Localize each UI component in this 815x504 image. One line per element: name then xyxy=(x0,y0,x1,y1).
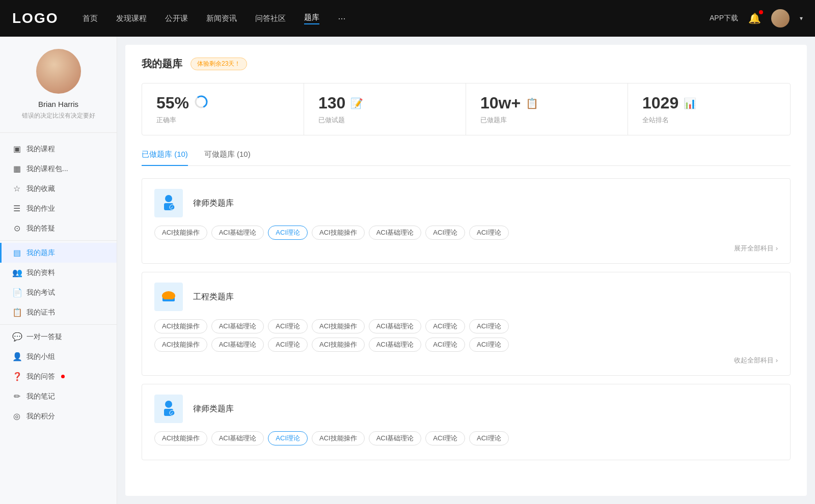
tag-item[interactable]: ACI理论 xyxy=(469,431,509,445)
sidebar-item-notes[interactable]: ✏ 我的笔记 xyxy=(0,386,117,406)
logo: LOGO xyxy=(12,10,58,26)
done-banks-icon: 📋 xyxy=(526,97,538,109)
avatar-image xyxy=(771,9,790,27)
nav-news[interactable]: 新闻资讯 xyxy=(206,14,237,23)
tag-item-active[interactable]: ACI理论 xyxy=(268,226,308,240)
qbank-tags-3: ACI技能操作 ACI基础理论 ACI理论 ACI技能操作 ACI基础理论 AC… xyxy=(154,338,778,352)
stat-done-questions: 130 📝 已做试题 xyxy=(304,83,466,135)
avatar[interactable] xyxy=(771,9,790,27)
sidebar-item-tutoring[interactable]: 💬 一对一答疑 xyxy=(0,327,117,347)
profile-avatar xyxy=(36,49,81,94)
tag-item[interactable]: ACI理论 xyxy=(425,431,465,445)
tag-item-active[interactable]: ACI理论 xyxy=(268,431,308,445)
tag-item[interactable]: ACI基础理论 xyxy=(211,338,264,352)
tabs: 已做题库 (10) 可做题库 (10) xyxy=(142,150,791,166)
tag-item[interactable]: ACI理论 xyxy=(268,338,308,352)
sidebar-item-my-qa[interactable]: ❓ 我的问答 xyxy=(0,367,117,386)
navbar-right: APP下载 🔔 ▾ xyxy=(710,9,803,27)
tag-item[interactable]: ACI理论 xyxy=(425,338,465,352)
sidebar-item-points[interactable]: ◎ 我的积分 xyxy=(0,406,117,426)
sidebar-menu: ▣ 我的课程 ▦ 我的课程包... ☆ 我的收藏 ☰ 我的作业 ⊙ 我的答疑 ▤ xyxy=(0,133,117,432)
done-questions-label: 已做试题 xyxy=(318,116,451,125)
navbar: LOGO 首页 发现课程 公开课 新闻资讯 问答社区 题库 ··· APP下载 … xyxy=(0,0,815,37)
done-questions-icon: 📝 xyxy=(350,97,363,109)
nav-question-bank[interactable]: 题库 xyxy=(304,13,319,24)
app-download-btn[interactable]: APP下载 xyxy=(710,14,738,23)
notes-icon: ✏ xyxy=(12,391,21,401)
qbank-section-lawyer-2: ✓ 律师类题库 ACI技能操作 ACI基础理论 ACI理论 ACI技能操作 AC… xyxy=(142,384,791,460)
qbank-tags: ACI技能操作 ACI基础理论 ACI理论 ACI技能操作 ACI基础理论 AC… xyxy=(154,226,778,240)
tag-item[interactable]: ACI基础理论 xyxy=(369,319,422,333)
sidebar-item-label: 我的题库 xyxy=(26,248,55,258)
tag-item[interactable]: ACI基础理论 xyxy=(211,431,264,445)
nav-open-course[interactable]: 公开课 xyxy=(165,14,188,23)
trial-badge: 体验剩余23天！ xyxy=(191,58,247,70)
question-icon: ⊙ xyxy=(12,223,21,233)
stats-row: 55% 正确率 130 📝 已做试题 xyxy=(142,83,791,135)
tag-item[interactable]: ACI技能操作 xyxy=(312,226,365,240)
sidebar-item-profile[interactable]: 👥 我的资料 xyxy=(0,263,117,283)
accuracy-value: 55% xyxy=(156,94,189,113)
sidebar-item-exam[interactable]: 📄 我的考试 xyxy=(0,283,117,302)
sidebar-item-question-bank[interactable]: ▤ 我的题库 xyxy=(0,243,117,263)
nav-home[interactable]: 首页 xyxy=(83,14,98,23)
chevron-down-icon[interactable]: ▾ xyxy=(800,15,803,22)
tag-item[interactable]: ACI技能操作 xyxy=(312,338,365,352)
sidebar-item-group[interactable]: 👤 我的小组 xyxy=(0,347,117,367)
expand-link[interactable]: 展开全部科目 › xyxy=(734,244,778,253)
sidebar-item-label: 我的资料 xyxy=(26,268,55,277)
tag-item[interactable]: ACI理论 xyxy=(425,319,465,333)
nav-qa[interactable]: 问答社区 xyxy=(255,14,286,23)
tag-item[interactable]: ACI基础理论 xyxy=(369,226,422,240)
tab-done-banks[interactable]: 已做题库 (10) xyxy=(142,150,188,165)
sidebar-item-course-package[interactable]: ▦ 我的课程包... xyxy=(0,159,117,179)
sidebar-divider-2 xyxy=(0,324,117,325)
sidebar-item-favorites[interactable]: ☆ 我的收藏 xyxy=(0,179,117,199)
tag-item[interactable]: ACI理论 xyxy=(268,319,308,333)
sidebar-item-label: 我的作业 xyxy=(26,204,55,213)
tag-item[interactable]: ACI理论 xyxy=(469,319,509,333)
tag-item[interactable]: ACI基础理论 xyxy=(211,226,264,240)
lawyer-icon-2: ✓ xyxy=(154,395,183,423)
stat-ranking: 1029 📊 全站排名 xyxy=(628,83,790,135)
sidebar-profile: Brian Harris 错误的决定比没有决定要好 xyxy=(0,49,117,133)
tag-item[interactable]: ACI理论 xyxy=(469,338,509,352)
tab-available-banks[interactable]: 可做题库 (10) xyxy=(204,150,251,165)
nav-more[interactable]: ··· xyxy=(338,13,345,24)
main-content: 我的题库 体验剩余23天！ 55% 正确率 13 xyxy=(125,45,807,496)
svg-point-10 xyxy=(165,401,172,408)
tag-item[interactable]: ACI基础理论 xyxy=(211,319,264,333)
tag-item[interactable]: ACI基础理论 xyxy=(369,431,422,445)
collapse-link[interactable]: 收起全部科目 › xyxy=(734,356,778,365)
stat-accuracy: 55% 正确率 xyxy=(142,83,304,135)
tag-item[interactable]: ACI基础理论 xyxy=(369,338,422,352)
notification-bell[interactable]: 🔔 xyxy=(748,12,761,24)
sidebar-item-homework[interactable]: ☰ 我的作业 xyxy=(0,199,117,218)
ranking-label: 全站排名 xyxy=(642,116,776,125)
nav-discover[interactable]: 发现课程 xyxy=(116,14,147,23)
exam-icon: 📄 xyxy=(12,288,21,297)
qa-badge xyxy=(61,375,65,378)
tag-item[interactable]: ACI技能操作 xyxy=(312,319,365,333)
sidebar-divider xyxy=(0,240,117,241)
sidebar-item-label: 我的答疑 xyxy=(26,224,55,233)
tag-item[interactable]: ACI技能操作 xyxy=(154,338,207,352)
tag-item[interactable]: ACI理论 xyxy=(469,226,509,240)
qbank-title: 律师类题库 xyxy=(193,198,234,209)
tag-item[interactable]: ACI技能操作 xyxy=(312,431,365,445)
star-icon: ☆ xyxy=(12,184,21,193)
tag-item[interactable]: ACI理论 xyxy=(425,226,465,240)
sidebar-item-label: 我的课程包... xyxy=(26,164,68,174)
tag-item[interactable]: ACI技能操作 xyxy=(154,431,207,445)
tag-item[interactable]: ACI技能操作 xyxy=(154,319,207,333)
sidebar: Brian Harris 错误的决定比没有决定要好 ▣ 我的课程 ▦ 我的课程包… xyxy=(0,37,117,504)
notification-badge xyxy=(759,10,763,14)
sidebar-item-my-courses[interactable]: ▣ 我的课程 xyxy=(0,139,117,159)
ranking-value: 1029 xyxy=(642,94,678,113)
tag-item[interactable]: ACI技能操作 xyxy=(154,226,207,240)
sidebar-item-label: 我的考试 xyxy=(26,288,55,297)
sidebar-item-questions[interactable]: ⊙ 我的答疑 xyxy=(0,218,117,238)
points-icon: ◎ xyxy=(12,411,21,421)
layout: Brian Harris 错误的决定比没有决定要好 ▣ 我的课程 ▦ 我的课程包… xyxy=(0,37,815,504)
sidebar-item-certificate[interactable]: 📋 我的证书 xyxy=(0,302,117,322)
